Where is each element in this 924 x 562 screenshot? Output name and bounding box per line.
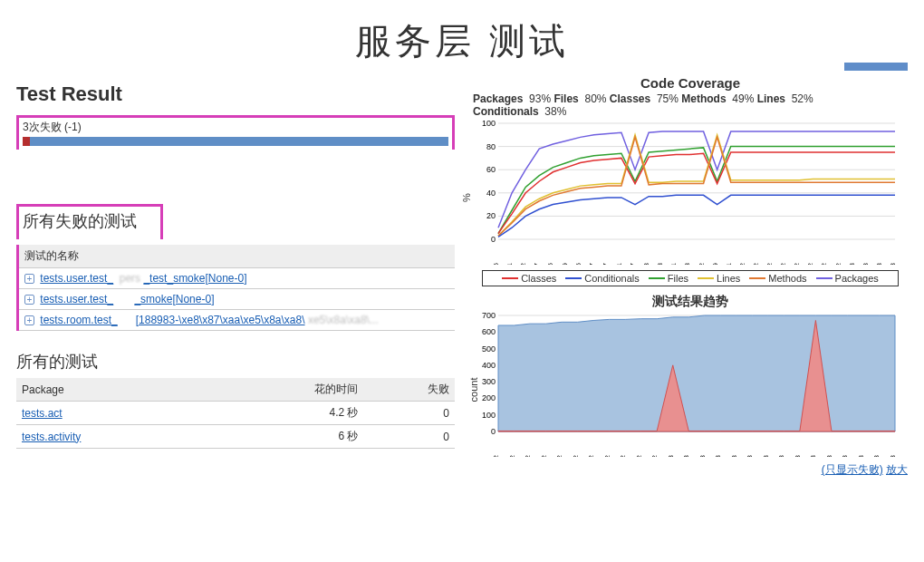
svg-text:100: 100 (482, 411, 496, 420)
svg-text:#3: #3 (861, 262, 870, 265)
table-row: + tests.user.test_ _smoke[None-0] (18, 289, 456, 310)
failed-test-link[interactable]: tests.room.test_ (40, 314, 117, 326)
svg-text:#3: #3 (777, 454, 785, 457)
svg-text:100: 100 (482, 120, 496, 128)
trend-title: 测试结果趋势 (473, 294, 908, 310)
svg-text:#2: #2 (619, 454, 627, 457)
coverage-legend: Classes Conditionals Files Lines Methods… (482, 270, 899, 286)
svg-text:700: 700 (482, 312, 496, 320)
svg-text:600: 600 (482, 327, 496, 336)
svg-text:#3: #3 (762, 454, 770, 457)
svg-text:#3: #3 (730, 454, 738, 457)
svg-text:#2: #2 (555, 454, 563, 457)
svg-text:#2: #2 (587, 454, 595, 457)
show-failures-link[interactable]: (只显示失败) (822, 463, 883, 476)
chart-footer-links: (只显示失败) 放大 (473, 462, 908, 478)
col-test-name: 测试的名称 (18, 245, 456, 268)
y-axis-label: % (461, 193, 472, 202)
svg-text:#2: #2 (752, 262, 760, 265)
svg-text:#2: #2 (806, 262, 814, 265)
svg-text:#182: #182 (698, 262, 706, 265)
svg-text:#3: #3 (667, 454, 675, 457)
package-link[interactable]: tests.activity (22, 431, 81, 443)
table-row: + tests.user.test_ pers _test_smoke[None… (18, 268, 456, 289)
all-tests-heading: 所有的测试 (16, 351, 455, 373)
table-row: + tests.room.test_ [188983-\xe8\x87\xaa\… (18, 310, 456, 331)
svg-text:60: 60 (486, 165, 496, 174)
svg-text:200: 200 (482, 393, 496, 402)
y-axis-label: count (468, 378, 479, 402)
left-panel: Test Result 3次失败 (-1) 所有失败的测试 测试的名称 + te… (16, 75, 455, 478)
page-title: 服务层 测试 (0, 0, 924, 75)
failed-test-link[interactable]: tests.user.test_ (40, 272, 113, 285)
svg-text:#3: #3 (746, 454, 754, 457)
svg-text:#3: #3 (875, 262, 883, 265)
col-fail: 失败 (363, 378, 455, 402)
svg-text:#41: #41 (505, 262, 514, 265)
header-accent-bar (844, 63, 908, 71)
test-result-heading: Test Result (16, 82, 455, 106)
svg-text:40: 40 (486, 189, 496, 198)
fail-summary-text: 3次失败 (-1) (23, 120, 448, 135)
svg-text:#3: #3 (857, 454, 865, 457)
svg-text:0: 0 (491, 235, 496, 244)
svg-text:#2: #2 (540, 454, 548, 457)
svg-text:#3: #3 (714, 454, 722, 457)
svg-text:#143: #143 (642, 262, 650, 265)
svg-text:#3: #3 (889, 454, 897, 457)
package-link[interactable]: tests.act (22, 407, 63, 420)
coverage-summary: Packages 93% Files 80% Classes 75% Metho… (473, 92, 908, 118)
svg-text:500: 500 (482, 344, 496, 354)
svg-text:#3: #3 (825, 454, 833, 457)
svg-text:#2: #2 (820, 262, 828, 265)
svg-text:#79: #79 (561, 262, 569, 265)
svg-text:#25: #25 (492, 262, 500, 265)
svg-text:#3: #3 (809, 454, 817, 457)
svg-text:400: 400 (482, 361, 496, 370)
failed-tests-table: 测试的名称 + tests.user.test_ pers _test_smok… (16, 245, 455, 331)
expand-icon[interactable]: + (24, 315, 34, 325)
col-time: 花的时间 (212, 378, 364, 402)
coverage-chart: % 020406080100#25#41#52#57#65#79#85#97#1… (473, 120, 899, 265)
svg-text:#161: #161 (669, 262, 678, 265)
svg-text:#127: #127 (629, 262, 637, 265)
fail-summary-box: 3次失败 (-1) (16, 115, 455, 150)
svg-text:#57: #57 (533, 262, 541, 265)
svg-text:#121: #121 (615, 262, 623, 265)
fail-progress-bar (23, 137, 448, 146)
svg-text:#2: #2 (635, 454, 643, 457)
svg-text:#3: #3 (682, 454, 690, 457)
svg-text:#2: #2 (834, 262, 842, 265)
svg-text:#2: #2 (793, 262, 801, 265)
svg-text:#2: #2 (572, 454, 580, 457)
all-failed-heading: 所有失败的测试 (16, 204, 163, 239)
svg-text:#3: #3 (872, 454, 881, 457)
svg-text:#2: #2 (779, 262, 787, 265)
enlarge-link[interactable]: 放大 (886, 463, 908, 476)
svg-text:#3: #3 (698, 454, 707, 457)
svg-text:#1: #1 (725, 262, 733, 265)
trend-chart: count 0100200300400500600700#2#2#2#2#2#2… (473, 312, 899, 457)
failed-test-link[interactable]: tests.user.test_ (40, 293, 113, 305)
table-row: tests.activity 6 秒 0 (16, 425, 455, 449)
expand-icon[interactable]: + (24, 274, 34, 284)
svg-text:300: 300 (482, 377, 496, 386)
svg-text:#2: #2 (765, 262, 774, 265)
svg-text:#2: #2 (738, 262, 746, 265)
svg-text:#3: #3 (794, 454, 802, 457)
svg-text:20: 20 (486, 211, 496, 220)
coverage-title: Code Coverage (473, 75, 908, 91)
svg-text:#3: #3 (841, 454, 849, 457)
expand-icon[interactable]: + (24, 295, 34, 305)
svg-text:#2: #2 (603, 454, 611, 457)
svg-text:#158: #158 (656, 262, 664, 265)
svg-text:0: 0 (491, 427, 496, 436)
svg-text:#107: #107 (602, 262, 610, 265)
svg-text:#168: #168 (683, 262, 691, 265)
svg-text:#52: #52 (519, 262, 527, 265)
svg-text:#2: #2 (524, 454, 532, 457)
all-tests-table: Package 花的时间 失败 tests.act 4.2 秒 0 tests.… (16, 378, 455, 449)
svg-text:#3: #3 (889, 262, 897, 265)
svg-text:#97: #97 (588, 262, 596, 265)
right-panel: Code Coverage Packages 93% Files 80% Cla… (473, 75, 908, 478)
